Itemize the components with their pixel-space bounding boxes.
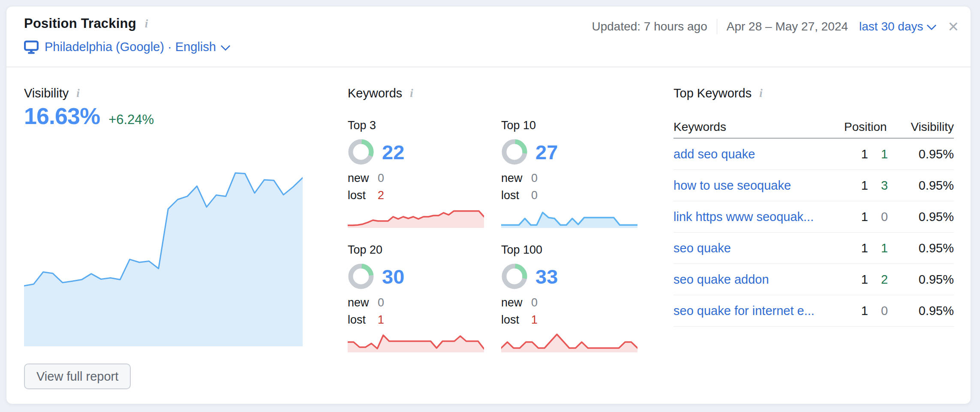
new-row: new 0: [348, 296, 485, 309]
block-count: 30: [382, 265, 404, 288]
desktop-icon: [24, 40, 39, 54]
donut-chart-icon: [348, 139, 374, 165]
block-count: 22: [382, 140, 404, 164]
new-value: 0: [378, 296, 384, 309]
block-label: Top 10: [501, 119, 638, 132]
lost-row: lost 1: [501, 313, 638, 327]
location-label: Philadelphia (Google) · English: [45, 40, 216, 54]
visibility-cell: 0.95%: [898, 304, 954, 318]
visibility-section-title: Visibility i: [24, 86, 81, 100]
lost-row: lost 0: [501, 189, 638, 202]
table-row: seo quake for internet e... 1 0 0.95%: [673, 295, 954, 327]
top-keywords-section-title: Top Keywords i: [673, 86, 764, 100]
table-row: how to use seoquake 1 3 0.95%: [673, 170, 954, 201]
top-keywords-table: Keywords Position Visibility add seo qua…: [673, 116, 954, 327]
sparkline-chart: [501, 332, 637, 352]
position-delta: 0: [868, 210, 898, 224]
position-delta: 2: [868, 273, 898, 287]
block-count-row: 33: [501, 263, 638, 290]
info-icon[interactable]: i: [408, 88, 415, 99]
page-title: Position Tracking: [24, 16, 136, 31]
position-value: 1: [844, 210, 868, 224]
view-full-report-button[interactable]: View full report: [24, 364, 131, 389]
header-meta: Updated: 7 hours ago Apr 28 – May 27, 20…: [592, 18, 959, 36]
lost-label: lost: [501, 189, 531, 202]
keyword-link[interactable]: link https www seoquak...: [673, 210, 844, 224]
new-value: 0: [531, 296, 538, 309]
new-row: new 0: [348, 172, 485, 185]
position-delta: 1: [868, 241, 898, 255]
block-count: 33: [535, 265, 558, 288]
position-delta: 0: [868, 304, 898, 318]
vertical-divider: [717, 19, 717, 34]
updated-label: Updated: 7 hours ago: [592, 20, 707, 33]
position-value: 1: [844, 147, 868, 161]
lost-value: 1: [531, 313, 538, 327]
position-tracking-widget: Position Tracking i Updated: 7 hours ago…: [6, 6, 971, 404]
location-selector[interactable]: Philadelphia (Google) · English: [24, 40, 229, 54]
column-header-position: Position: [844, 120, 898, 134]
lost-row: lost 2: [348, 189, 485, 202]
visibility-cell: 0.95%: [898, 210, 954, 224]
visibility-area-chart: [24, 158, 303, 346]
keywords-block-top3: Top 3 22 new 0 lost 2: [348, 119, 485, 228]
header-divider: [6, 67, 971, 67]
period-label: last 30 days: [859, 20, 923, 33]
period-dropdown[interactable]: last 30 days: [859, 20, 935, 33]
keywords-section-title: Keywords i: [348, 86, 415, 100]
keyword-link[interactable]: seo quake addon: [673, 273, 844, 287]
block-count: 27: [535, 140, 558, 164]
column-header-keywords: Keywords: [673, 120, 844, 134]
visibility-value-row: 16.63% +6.24%: [24, 103, 154, 129]
lost-value: 1: [378, 313, 384, 327]
new-label: new: [348, 296, 378, 309]
chevron-down-icon: [220, 41, 230, 51]
sparkline-chart: [501, 207, 637, 228]
lost-label: lost: [348, 189, 378, 202]
position-value: 1: [844, 273, 868, 287]
keyword-link[interactable]: seo quake: [673, 241, 844, 255]
table-row: add seo quake 1 1 0.95%: [673, 139, 954, 170]
visibility-cell: 0.95%: [898, 273, 954, 287]
view-full-report-label: View full report: [36, 370, 118, 384]
lost-value: 0: [531, 189, 538, 202]
keyword-link[interactable]: add seo quake: [673, 147, 844, 161]
visibility-delta: +6.24%: [108, 112, 154, 127]
keywords-block-top20: Top 20 30 new 0 lost 1: [348, 243, 485, 352]
info-icon[interactable]: i: [758, 88, 764, 99]
block-label: Top 3: [348, 119, 485, 132]
block-count-row: 22: [348, 138, 485, 166]
position-value: 1: [844, 304, 868, 318]
visibility-value: 16.63%: [24, 103, 100, 129]
table-row: link https www seoquak... 1 0 0.95%: [673, 201, 954, 233]
visibility-cell: 0.95%: [898, 179, 954, 193]
donut-chart-icon: [501, 139, 528, 165]
position-delta: 3: [868, 179, 898, 193]
block-label: Top 20: [348, 243, 485, 257]
donut-chart-icon: [501, 263, 528, 290]
table-header-row: Keywords Position Visibility: [673, 116, 954, 139]
visibility-cell: 0.95%: [898, 147, 954, 161]
position-value: 1: [844, 179, 868, 193]
sparkline-chart: [348, 207, 484, 228]
keywords-title-label: Keywords: [348, 86, 402, 100]
new-value: 0: [531, 172, 538, 185]
new-label: new: [348, 172, 378, 185]
sparkline-chart: [348, 332, 484, 352]
close-icon[interactable]: ×: [948, 18, 959, 36]
keyword-link[interactable]: seo quake for internet e...: [673, 304, 844, 318]
info-icon[interactable]: i: [143, 18, 150, 30]
visibility-cell: 0.95%: [898, 241, 954, 255]
date-range-label: Apr 28 – May 27, 2024: [727, 20, 848, 33]
widget-header: Position Tracking i: [24, 16, 150, 31]
keywords-block-top100: Top 100 33 new 0 lost 1: [501, 243, 638, 352]
lost-row: lost 1: [348, 313, 485, 327]
donut-chart-icon: [348, 263, 374, 290]
info-icon[interactable]: i: [75, 88, 81, 99]
lost-label: lost: [501, 313, 531, 327]
column-header-visibility: Visibility: [898, 120, 954, 134]
keyword-link[interactable]: how to use seoquake: [673, 179, 844, 193]
chevron-down-icon: [927, 21, 937, 30]
table-row: seo quake 1 1 0.95%: [673, 233, 954, 264]
position-delta: 1: [868, 147, 898, 161]
